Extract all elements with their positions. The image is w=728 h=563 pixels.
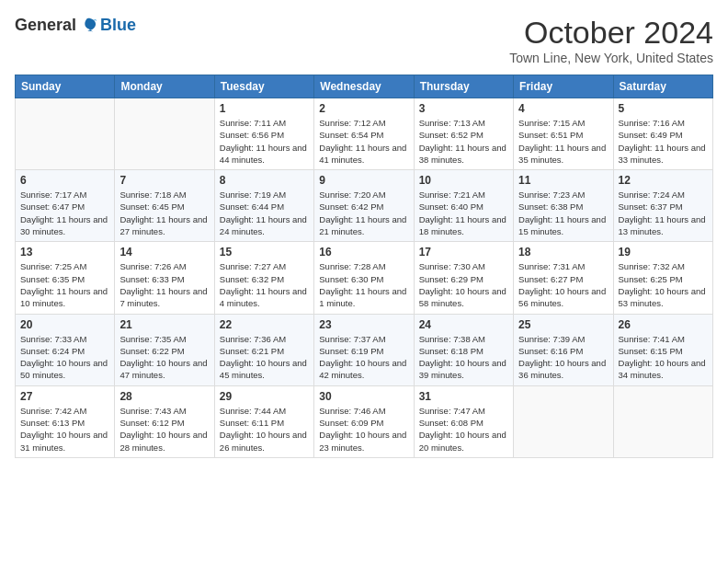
day-info: Sunrise: 7:41 AM Sunset: 6:15 PM Dayligh…	[619, 333, 708, 382]
calendar-day-cell: 9Sunrise: 7:20 AM Sunset: 6:42 PM Daylig…	[314, 170, 414, 242]
logo: General Blue	[15, 15, 136, 35]
day-info: Sunrise: 7:38 AM Sunset: 6:18 PM Dayligh…	[419, 333, 508, 382]
calendar-header-cell: Tuesday	[214, 75, 313, 98]
calendar-day-cell: 11Sunrise: 7:23 AM Sunset: 6:38 PM Dayli…	[514, 170, 613, 242]
calendar-day-cell: 18Sunrise: 7:31 AM Sunset: 6:27 PM Dayli…	[514, 242, 613, 314]
calendar-week-row: 27Sunrise: 7:42 AM Sunset: 6:13 PM Dayli…	[16, 385, 713, 457]
day-info: Sunrise: 7:11 AM Sunset: 6:56 PM Dayligh…	[220, 117, 309, 166]
calendar-day-cell: 23Sunrise: 7:37 AM Sunset: 6:19 PM Dayli…	[314, 314, 414, 385]
day-info: Sunrise: 7:46 AM Sunset: 6:09 PM Dayligh…	[319, 405, 408, 454]
day-number: 6	[20, 174, 109, 187]
day-number: 23	[319, 318, 408, 331]
calendar-day-cell: 22Sunrise: 7:36 AM Sunset: 6:21 PM Dayli…	[214, 314, 313, 385]
day-number: 28	[119, 390, 209, 403]
day-info: Sunrise: 7:27 AM Sunset: 6:32 PM Dayligh…	[220, 260, 309, 309]
calendar-day-cell	[514, 385, 613, 457]
calendar-week-row: 6Sunrise: 7:17 AM Sunset: 6:47 PM Daylig…	[16, 170, 713, 242]
day-number: 9	[319, 174, 408, 187]
calendar-day-cell	[613, 385, 712, 457]
calendar-day-cell: 2Sunrise: 7:12 AM Sunset: 6:54 PM Daylig…	[314, 98, 414, 170]
calendar-day-cell: 20Sunrise: 7:33 AM Sunset: 6:24 PM Dayli…	[16, 314, 115, 385]
day-number: 25	[518, 318, 608, 331]
calendar-day-cell: 26Sunrise: 7:41 AM Sunset: 6:15 PM Dayli…	[613, 314, 712, 385]
day-info: Sunrise: 7:12 AM Sunset: 6:54 PM Dayligh…	[319, 117, 408, 166]
day-number: 2	[319, 102, 408, 115]
day-info: Sunrise: 7:17 AM Sunset: 6:47 PM Dayligh…	[20, 189, 109, 237]
calendar-day-cell: 16Sunrise: 7:28 AM Sunset: 6:30 PM Dayli…	[314, 242, 414, 314]
day-info: Sunrise: 7:36 AM Sunset: 6:21 PM Dayligh…	[220, 333, 309, 382]
month-title: October 2024	[509, 15, 713, 51]
day-number: 3	[419, 102, 508, 115]
day-info: Sunrise: 7:23 AM Sunset: 6:38 PM Dayligh…	[518, 189, 608, 237]
calendar-header-cell: Thursday	[414, 75, 513, 98]
day-number: 17	[419, 246, 508, 259]
day-number: 18	[518, 246, 608, 259]
day-number: 7	[119, 174, 209, 187]
day-number: 24	[419, 318, 508, 331]
calendar-header-cell: Wednesday	[314, 75, 414, 98]
day-number: 31	[419, 390, 508, 403]
calendar-day-cell: 7Sunrise: 7:18 AM Sunset: 6:45 PM Daylig…	[115, 170, 214, 242]
calendar-day-cell: 12Sunrise: 7:24 AM Sunset: 6:37 PM Dayli…	[613, 170, 712, 242]
calendar-header-row: SundayMondayTuesdayWednesdayThursdayFrid…	[16, 75, 713, 98]
calendar-day-cell: 27Sunrise: 7:42 AM Sunset: 6:13 PM Dayli…	[16, 385, 115, 457]
calendar-day-cell: 30Sunrise: 7:46 AM Sunset: 6:09 PM Dayli…	[314, 385, 414, 457]
calendar-header-cell: Saturday	[613, 75, 712, 98]
logo-blue: Blue	[100, 16, 136, 35]
calendar-day-cell: 3Sunrise: 7:13 AM Sunset: 6:52 PM Daylig…	[414, 98, 513, 170]
calendar-header-cell: Sunday	[16, 75, 115, 98]
calendar-header-cell: Monday	[115, 75, 214, 98]
calendar-day-cell	[16, 98, 115, 170]
day-number: 16	[319, 246, 408, 259]
calendar-day-cell: 24Sunrise: 7:38 AM Sunset: 6:18 PM Dayli…	[414, 314, 513, 385]
day-number: 29	[220, 390, 309, 403]
day-number: 8	[220, 174, 309, 187]
day-info: Sunrise: 7:20 AM Sunset: 6:42 PM Dayligh…	[319, 189, 408, 237]
day-info: Sunrise: 7:43 AM Sunset: 6:12 PM Dayligh…	[119, 405, 209, 454]
day-info: Sunrise: 7:16 AM Sunset: 6:49 PM Dayligh…	[619, 117, 708, 166]
day-number: 27	[20, 390, 109, 403]
day-number: 1	[220, 102, 309, 115]
day-info: Sunrise: 7:42 AM Sunset: 6:13 PM Dayligh…	[20, 405, 109, 454]
calendar-body: 1Sunrise: 7:11 AM Sunset: 6:56 PM Daylig…	[16, 98, 713, 458]
day-info: Sunrise: 7:26 AM Sunset: 6:33 PM Dayligh…	[119, 260, 209, 309]
day-number: 15	[220, 246, 309, 259]
day-info: Sunrise: 7:33 AM Sunset: 6:24 PM Dayligh…	[20, 333, 109, 382]
calendar-day-cell: 5Sunrise: 7:16 AM Sunset: 6:49 PM Daylig…	[613, 98, 712, 170]
day-info: Sunrise: 7:28 AM Sunset: 6:30 PM Dayligh…	[319, 260, 408, 309]
calendar-day-cell: 10Sunrise: 7:21 AM Sunset: 6:40 PM Dayli…	[414, 170, 513, 242]
day-number: 14	[119, 246, 209, 259]
calendar-week-row: 20Sunrise: 7:33 AM Sunset: 6:24 PM Dayli…	[16, 314, 713, 385]
day-number: 5	[619, 102, 708, 115]
day-number: 4	[518, 102, 608, 115]
calendar-day-cell: 13Sunrise: 7:25 AM Sunset: 6:35 PM Dayli…	[16, 242, 115, 314]
day-info: Sunrise: 7:37 AM Sunset: 6:19 PM Dayligh…	[319, 333, 408, 382]
location-title: Town Line, New York, United States	[509, 51, 713, 65]
day-number: 19	[619, 246, 708, 259]
day-info: Sunrise: 7:47 AM Sunset: 6:08 PM Dayligh…	[419, 405, 508, 454]
calendar-day-cell: 8Sunrise: 7:19 AM Sunset: 6:44 PM Daylig…	[214, 170, 313, 242]
day-info: Sunrise: 7:21 AM Sunset: 6:40 PM Dayligh…	[419, 189, 508, 237]
day-number: 30	[319, 390, 408, 403]
calendar-day-cell: 25Sunrise: 7:39 AM Sunset: 6:16 PM Dayli…	[514, 314, 613, 385]
calendar-day-cell: 17Sunrise: 7:30 AM Sunset: 6:29 PM Dayli…	[414, 242, 513, 314]
title-section: October 2024 Town Line, New York, United…	[509, 15, 713, 65]
calendar-day-cell: 21Sunrise: 7:35 AM Sunset: 6:22 PM Dayli…	[115, 314, 214, 385]
calendar-day-cell: 19Sunrise: 7:32 AM Sunset: 6:25 PM Dayli…	[613, 242, 712, 314]
day-info: Sunrise: 7:32 AM Sunset: 6:25 PM Dayligh…	[619, 260, 708, 309]
calendar-table: SundayMondayTuesdayWednesdayThursdayFrid…	[15, 75, 713, 458]
day-number: 22	[220, 318, 309, 331]
calendar-header-cell: Friday	[514, 75, 613, 98]
calendar-day-cell: 28Sunrise: 7:43 AM Sunset: 6:12 PM Dayli…	[115, 385, 214, 457]
calendar-day-cell: 31Sunrise: 7:47 AM Sunset: 6:08 PM Dayli…	[414, 385, 513, 457]
day-number: 12	[619, 174, 708, 187]
day-info: Sunrise: 7:35 AM Sunset: 6:22 PM Dayligh…	[119, 333, 209, 382]
calendar-week-row: 1Sunrise: 7:11 AM Sunset: 6:56 PM Daylig…	[16, 98, 713, 170]
calendar-day-cell: 29Sunrise: 7:44 AM Sunset: 6:11 PM Dayli…	[214, 385, 313, 457]
calendar-day-cell: 4Sunrise: 7:15 AM Sunset: 6:51 PM Daylig…	[514, 98, 613, 170]
day-number: 13	[20, 246, 109, 259]
day-info: Sunrise: 7:44 AM Sunset: 6:11 PM Dayligh…	[220, 405, 309, 454]
day-info: Sunrise: 7:13 AM Sunset: 6:52 PM Dayligh…	[419, 117, 508, 166]
day-number: 21	[119, 318, 209, 331]
day-info: Sunrise: 7:15 AM Sunset: 6:51 PM Dayligh…	[518, 117, 608, 166]
